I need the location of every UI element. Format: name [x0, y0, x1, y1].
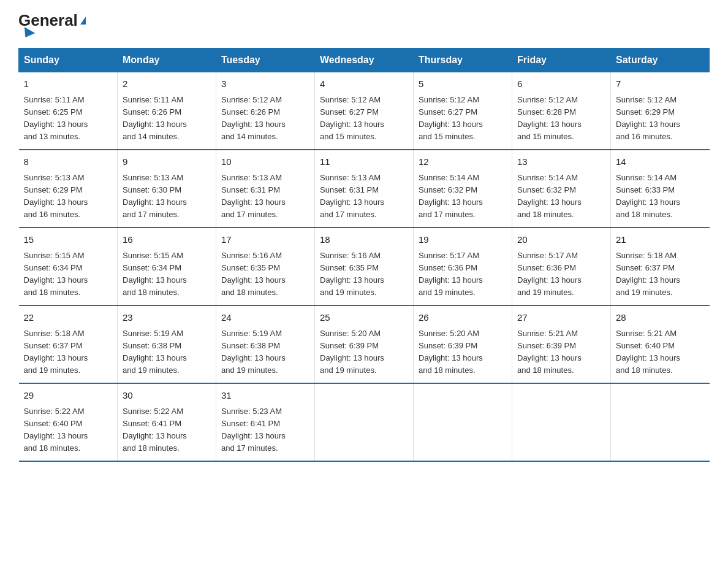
day-number: 11 — [320, 155, 408, 169]
calendar-day-cell: 22Sunrise: 5:18 AMSunset: 6:37 PMDayligh… — [19, 305, 118, 383]
calendar-day-cell: 12Sunrise: 5:14 AMSunset: 6:32 PMDayligh… — [414, 150, 512, 228]
calendar-day-cell: 24Sunrise: 5:19 AMSunset: 6:38 PMDayligh… — [216, 305, 315, 383]
day-info: Sunrise: 5:19 AMSunset: 6:38 PMDaylight:… — [123, 327, 211, 377]
day-info: Sunrise: 5:19 AMSunset: 6:38 PMDaylight:… — [221, 327, 309, 377]
day-info: Sunrise: 5:22 AMSunset: 6:40 PMDaylight:… — [24, 405, 113, 455]
day-number: 26 — [419, 311, 507, 325]
day-number: 31 — [221, 389, 309, 403]
calendar-table: SundayMondayTuesdayWednesdayThursdayFrid… — [18, 48, 710, 462]
day-info: Sunrise: 5:18 AMSunset: 6:37 PMDaylight:… — [24, 327, 113, 377]
logo-general-text: General — [18, 12, 86, 28]
day-info: Sunrise: 5:21 AMSunset: 6:40 PMDaylight:… — [616, 327, 705, 377]
day-number: 25 — [320, 311, 408, 325]
calendar-day-cell: 15Sunrise: 5:15 AMSunset: 6:34 PMDayligh… — [19, 228, 118, 305]
calendar-day-cell: 28Sunrise: 5:21 AMSunset: 6:40 PMDayligh… — [611, 305, 710, 383]
day-number: 12 — [419, 155, 507, 169]
calendar-day-cell — [611, 383, 710, 461]
calendar-day-cell: 5Sunrise: 5:12 AMSunset: 6:27 PMDaylight… — [414, 72, 512, 150]
calendar-day-cell: 13Sunrise: 5:14 AMSunset: 6:32 PMDayligh… — [512, 150, 611, 228]
day-of-week-header: Monday — [118, 48, 216, 72]
day-info: Sunrise: 5:11 AMSunset: 6:25 PMDaylight:… — [24, 94, 113, 144]
day-info: Sunrise: 5:12 AMSunset: 6:28 PMDaylight:… — [517, 94, 605, 144]
calendar-day-cell: 30Sunrise: 5:22 AMSunset: 6:41 PMDayligh… — [118, 383, 216, 461]
day-of-week-header: Friday — [512, 48, 611, 72]
day-info: Sunrise: 5:18 AMSunset: 6:37 PMDaylight:… — [616, 250, 705, 299]
calendar-header-row: SundayMondayTuesdayWednesdayThursdayFrid… — [19, 48, 710, 72]
calendar-day-cell: 23Sunrise: 5:19 AMSunset: 6:38 PMDayligh… — [118, 305, 216, 383]
day-info: Sunrise: 5:14 AMSunset: 6:33 PMDaylight:… — [616, 172, 705, 221]
calendar-day-cell: 2Sunrise: 5:11 AMSunset: 6:26 PMDaylight… — [118, 72, 216, 150]
day-info: Sunrise: 5:22 AMSunset: 6:41 PMDaylight:… — [123, 405, 211, 455]
day-info: Sunrise: 5:15 AMSunset: 6:34 PMDaylight:… — [123, 250, 211, 299]
page-header: General — [18, 12, 710, 37]
calendar-day-cell — [512, 383, 611, 461]
day-number: 4 — [320, 77, 408, 91]
day-number: 14 — [616, 155, 705, 169]
calendar-day-cell: 21Sunrise: 5:18 AMSunset: 6:37 PMDayligh… — [611, 228, 710, 305]
calendar-day-cell: 31Sunrise: 5:23 AMSunset: 6:41 PMDayligh… — [216, 383, 315, 461]
calendar-week-row: 1Sunrise: 5:11 AMSunset: 6:25 PMDaylight… — [19, 72, 710, 150]
calendar-day-cell: 18Sunrise: 5:16 AMSunset: 6:35 PMDayligh… — [315, 228, 414, 305]
logo: General — [18, 12, 86, 37]
calendar-day-cell: 9Sunrise: 5:13 AMSunset: 6:30 PMDaylight… — [118, 150, 216, 228]
logo-triangle-icon — [20, 27, 35, 40]
day-number: 15 — [24, 233, 113, 247]
day-info: Sunrise: 5:13 AMSunset: 6:31 PMDaylight:… — [320, 172, 408, 221]
day-info: Sunrise: 5:14 AMSunset: 6:32 PMDaylight:… — [419, 172, 507, 221]
day-number: 9 — [123, 155, 211, 169]
day-of-week-header: Saturday — [611, 48, 710, 72]
day-info: Sunrise: 5:23 AMSunset: 6:41 PMDaylight:… — [221, 405, 309, 455]
day-info: Sunrise: 5:12 AMSunset: 6:27 PMDaylight:… — [419, 94, 507, 144]
calendar-day-cell: 29Sunrise: 5:22 AMSunset: 6:40 PMDayligh… — [19, 383, 118, 461]
calendar-day-cell: 1Sunrise: 5:11 AMSunset: 6:25 PMDaylight… — [19, 72, 118, 150]
day-number: 28 — [616, 311, 705, 325]
day-of-week-header: Wednesday — [315, 48, 414, 72]
calendar-day-cell: 17Sunrise: 5:16 AMSunset: 6:35 PMDayligh… — [216, 228, 315, 305]
calendar-day-cell — [414, 383, 512, 461]
day-number: 1 — [24, 77, 113, 91]
day-number: 13 — [517, 155, 605, 169]
day-info: Sunrise: 5:12 AMSunset: 6:27 PMDaylight:… — [320, 94, 408, 144]
day-number: 20 — [517, 233, 605, 247]
calendar-day-cell: 3Sunrise: 5:12 AMSunset: 6:26 PMDaylight… — [216, 72, 315, 150]
day-number: 8 — [24, 155, 113, 169]
calendar-week-row: 22Sunrise: 5:18 AMSunset: 6:37 PMDayligh… — [19, 305, 710, 383]
calendar-day-cell: 7Sunrise: 5:12 AMSunset: 6:29 PMDaylight… — [611, 72, 710, 150]
calendar-day-cell: 11Sunrise: 5:13 AMSunset: 6:31 PMDayligh… — [315, 150, 414, 228]
day-info: Sunrise: 5:15 AMSunset: 6:34 PMDaylight:… — [24, 250, 113, 299]
calendar-day-cell: 4Sunrise: 5:12 AMSunset: 6:27 PMDaylight… — [315, 72, 414, 150]
calendar-day-cell: 10Sunrise: 5:13 AMSunset: 6:31 PMDayligh… — [216, 150, 315, 228]
day-number: 27 — [517, 311, 605, 325]
day-number: 24 — [221, 311, 309, 325]
calendar-day-cell: 20Sunrise: 5:17 AMSunset: 6:36 PMDayligh… — [512, 228, 611, 305]
day-info: Sunrise: 5:20 AMSunset: 6:39 PMDaylight:… — [320, 327, 408, 377]
calendar-day-cell: 14Sunrise: 5:14 AMSunset: 6:33 PMDayligh… — [611, 150, 710, 228]
day-info: Sunrise: 5:11 AMSunset: 6:26 PMDaylight:… — [123, 94, 211, 144]
day-number: 23 — [123, 311, 211, 325]
day-number: 6 — [517, 77, 605, 91]
day-of-week-header: Tuesday — [216, 48, 315, 72]
calendar-day-cell: 8Sunrise: 5:13 AMSunset: 6:29 PMDaylight… — [19, 150, 118, 228]
logo-blue-text — [18, 28, 34, 37]
calendar-week-row: 29Sunrise: 5:22 AMSunset: 6:40 PMDayligh… — [19, 383, 710, 461]
calendar-day-cell: 19Sunrise: 5:17 AMSunset: 6:36 PMDayligh… — [414, 228, 512, 305]
day-number: 17 — [221, 233, 309, 247]
calendar-day-cell: 16Sunrise: 5:15 AMSunset: 6:34 PMDayligh… — [118, 228, 216, 305]
day-number: 3 — [221, 77, 309, 91]
day-info: Sunrise: 5:17 AMSunset: 6:36 PMDaylight:… — [517, 250, 605, 299]
day-number: 19 — [419, 233, 507, 247]
calendar-week-row: 8Sunrise: 5:13 AMSunset: 6:29 PMDaylight… — [19, 150, 710, 228]
day-number: 30 — [123, 389, 211, 403]
calendar-week-row: 15Sunrise: 5:15 AMSunset: 6:34 PMDayligh… — [19, 228, 710, 305]
day-info: Sunrise: 5:20 AMSunset: 6:39 PMDaylight:… — [419, 327, 507, 377]
day-info: Sunrise: 5:12 AMSunset: 6:29 PMDaylight:… — [616, 94, 705, 144]
day-info: Sunrise: 5:16 AMSunset: 6:35 PMDaylight:… — [320, 250, 408, 299]
day-info: Sunrise: 5:13 AMSunset: 6:30 PMDaylight:… — [123, 172, 211, 221]
calendar-day-cell: 25Sunrise: 5:20 AMSunset: 6:39 PMDayligh… — [315, 305, 414, 383]
day-of-week-header: Sunday — [19, 48, 118, 72]
calendar-day-cell: 27Sunrise: 5:21 AMSunset: 6:39 PMDayligh… — [512, 305, 611, 383]
day-info: Sunrise: 5:16 AMSunset: 6:35 PMDaylight:… — [221, 250, 309, 299]
day-number: 29 — [24, 389, 113, 403]
day-number: 2 — [123, 77, 211, 91]
day-info: Sunrise: 5:14 AMSunset: 6:32 PMDaylight:… — [517, 172, 605, 221]
